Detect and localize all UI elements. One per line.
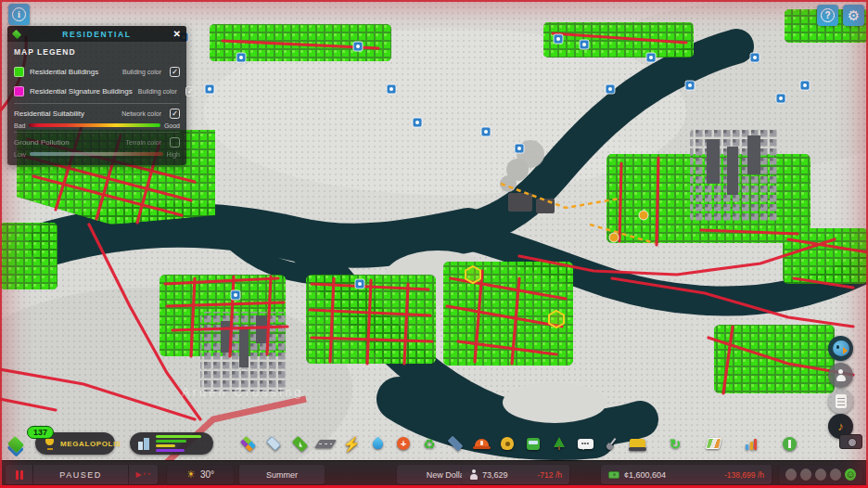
- milestone-diamond-icon[interactable]: [6, 435, 29, 457]
- suitability-checkbox[interactable]: ✓: [170, 109, 180, 119]
- info-button[interactable]: i: [8, 4, 30, 25]
- communications-icon[interactable]: •••: [575, 433, 595, 454]
- terrain-icon[interactable]: ▲: [289, 433, 310, 454]
- signature-swatch: [14, 86, 24, 96]
- season-display[interactable]: Summer: [239, 465, 325, 484]
- trophy-icon: [44, 438, 56, 450]
- water-icon[interactable]: [367, 433, 388, 454]
- top-right-buttons: ? ⚙: [817, 5, 864, 26]
- demand-bar-industrial: [156, 444, 175, 447]
- close-icon[interactable]: ✕: [173, 30, 181, 39]
- parks-recreation-icon[interactable]: [549, 433, 569, 454]
- money-display[interactable]: ¢1,600,604 -138,699 /h: [601, 465, 772, 484]
- electricity-icon[interactable]: ⚡: [341, 433, 362, 454]
- demand-bar-commercial: [156, 440, 186, 443]
- happiness-face-icon[interactable]: [800, 469, 811, 481]
- simulation-speed-control: PAUSED ▶••: [6, 465, 158, 484]
- population-icon: [469, 469, 478, 480]
- education-icon[interactable]: [445, 433, 466, 454]
- speed-buttons[interactable]: ▶••: [128, 465, 158, 484]
- main-toolbar: ▲ ⚡ + ♻ ••• ↻: [237, 430, 799, 456]
- settings-button[interactable]: ⚙: [843, 5, 864, 26]
- chirper-button[interactable]: [828, 336, 853, 361]
- roads-icon[interactable]: [315, 433, 336, 454]
- legend-row-suitability: Residential Suitability Network color ✓: [14, 107, 180, 121]
- chirper-bird-icon: [833, 340, 849, 356]
- fire-rescue-icon[interactable]: [471, 433, 491, 454]
- status-bar: PAUSED ▶•• ☀ 30° Summer New Dollarton 73…: [0, 460, 868, 488]
- pollution-checkbox[interactable]: [170, 137, 180, 148]
- help-icon: ?: [821, 8, 835, 22]
- population-rate: -712 /h: [538, 470, 562, 480]
- police-icon[interactable]: [497, 433, 517, 454]
- legend-row-pollution: Ground Pollution Terrain color: [14, 135, 180, 149]
- demand-bar-office: [156, 449, 185, 452]
- music-note-icon: ♪: [837, 419, 844, 433]
- city-demand-icon: [138, 438, 150, 450]
- healthcare-icon[interactable]: +: [393, 433, 414, 454]
- suitability-gradient: Bad Good: [14, 121, 180, 130]
- money-value: ¢1,600,604: [624, 470, 666, 480]
- legend-title: RESIDENTIAL: [24, 30, 170, 39]
- happiness-face-icon[interactable]: [815, 469, 826, 481]
- paused-label: PAUSED: [33, 470, 128, 480]
- residential-swatch: [14, 67, 24, 77]
- info-icon: i: [12, 7, 26, 21]
- bulldozer-icon[interactable]: [627, 433, 647, 454]
- signature-checkbox[interactable]: ✓: [185, 86, 196, 96]
- happiness-face-icon[interactable]: [785, 469, 797, 481]
- milestone-name: MEGALOPOLIS: [60, 440, 121, 448]
- pause-button[interactable]: [6, 465, 33, 484]
- areas-icon[interactable]: [263, 433, 284, 454]
- pollution-gradient-bar: [30, 152, 163, 156]
- demand-bars: [156, 435, 205, 452]
- happiness-face-icon[interactable]: [830, 469, 841, 481]
- transportation-icon[interactable]: [523, 433, 543, 454]
- person-icon: [835, 369, 847, 381]
- legend-section-title: MAP LEGEND: [14, 47, 180, 57]
- economy-icon[interactable]: ↻: [665, 433, 685, 454]
- game-screen: Arden Crossing i ? ⚙ RESIDENTIAL ✕ MAP L…: [0, 0, 868, 488]
- garbage-icon[interactable]: ♻: [419, 433, 440, 454]
- demand-pill[interactable]: [130, 432, 213, 455]
- legend-row-signature-buildings: Residential Signature Buildings Building…: [14, 82, 180, 101]
- residential-diamond-icon: [12, 29, 21, 38]
- temperature-display: ☀ 30°: [167, 465, 234, 484]
- legend-row-residential-buildings: Residential Buildings Building color ✓: [14, 62, 180, 82]
- map-legend-panel: RESIDENTIAL ✕ MAP LEGEND Residential Bui…: [7, 26, 186, 165]
- pollution-gradient: Low High: [14, 149, 180, 159]
- population-value: 73,629: [482, 470, 508, 480]
- temperature-value: 30°: [200, 469, 214, 480]
- photo-mode-button[interactable]: [839, 434, 862, 449]
- statistics-icon[interactable]: [741, 433, 761, 454]
- money-icon: [608, 471, 619, 479]
- help-button[interactable]: ?: [817, 5, 838, 26]
- district-label: Arden Crossing: [182, 385, 304, 399]
- citizen-info-button[interactable]: [828, 363, 853, 388]
- demand-bar-residential: [156, 435, 201, 438]
- zones-icon[interactable]: [237, 433, 258, 454]
- info-views-icon[interactable]: [703, 433, 723, 454]
- progression-icon[interactable]: [779, 433, 799, 454]
- suitability-gradient-bar: [29, 123, 160, 127]
- happiness-display: ☺: [779, 465, 862, 484]
- journal-button[interactable]: [828, 389, 853, 414]
- happiness-smiley-icon[interactable]: ☺: [845, 469, 856, 481]
- gear-icon: ⚙: [848, 8, 860, 22]
- milestone-level-badge[interactable]: 137: [27, 426, 54, 439]
- document-icon: [836, 394, 847, 408]
- legend-header[interactable]: RESIDENTIAL ✕: [7, 26, 186, 42]
- population-display[interactable]: 73,629 -712 /h: [462, 465, 569, 484]
- landscaping-icon[interactable]: [601, 433, 621, 454]
- residential-checkbox[interactable]: ✓: [170, 67, 180, 77]
- sun-icon: ☀: [186, 469, 196, 480]
- money-rate: -138,699 /h: [724, 470, 764, 480]
